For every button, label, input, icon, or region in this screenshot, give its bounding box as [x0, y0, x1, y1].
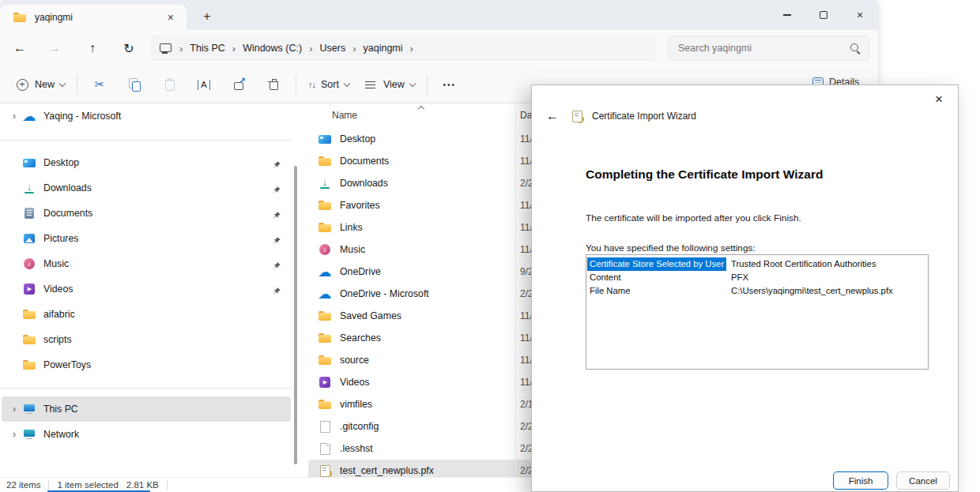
dialog-back-icon[interactable]: ← — [543, 109, 562, 123]
file-row-documents[interactable]: Documents11/ — [308, 150, 539, 172]
new-button[interactable]: New — [8, 71, 72, 98]
file-row-onedrive[interactable]: OneDrive9/2 — [308, 261, 539, 283]
search-input[interactable] — [672, 43, 848, 54]
more-options-button[interactable]: ••• — [432, 71, 467, 98]
new-tab-button[interactable]: + — [196, 6, 218, 27]
sidebar-item-label: aifabric — [43, 309, 75, 320]
pin-icon — [273, 158, 281, 172]
breadcrumb-segment-windows-c[interactable]: Windows (C:) — [243, 43, 302, 54]
cancel-button[interactable]: Cancel — [896, 471, 950, 490]
sort-button[interactable]: ↑↓ Sort — [301, 71, 356, 98]
file-name: Favorites — [340, 200, 380, 211]
toolbar-divider — [296, 75, 296, 94]
sidebar-item-music[interactable]: Music — [2, 251, 291, 276]
file-row-desktop[interactable]: Desktop11/ — [308, 128, 539, 150]
file-row-favorites[interactable]: Favorites11/ — [308, 194, 539, 216]
sidebar-item-label: scripts — [43, 334, 72, 345]
sidebar-item-label: Pictures — [43, 233, 78, 244]
sidebar-item-aifabric[interactable]: aifabric — [2, 302, 291, 327]
sidebar-item-downloads[interactable]: Downloads — [2, 175, 291, 201]
sidebar-item-yaqing-microsoft[interactable]: ›Yaqing - Microsoft — [2, 103, 291, 129]
chevron-right-icon[interactable]: › — [6, 111, 22, 122]
onedrive-icon — [22, 109, 36, 123]
breadcrumb-chevron-icon[interactable]: › — [410, 43, 413, 54]
setting-row-content[interactable]: ContentPFX — [587, 271, 927, 284]
refresh-button[interactable]: ↻ — [115, 35, 142, 62]
tab-close-icon[interactable]: × — [164, 11, 177, 24]
copy-button[interactable] — [117, 71, 152, 98]
cut-icon: ✂ — [95, 77, 105, 92]
close-window-button[interactable]: × — [842, 0, 878, 30]
sidebar-item-this-pc[interactable]: ›This PC — [2, 396, 291, 422]
breadcrumb-segment-users[interactable]: Users — [320, 43, 346, 54]
file-row-music[interactable]: Music11/ — [308, 238, 539, 261]
setting-row-certificate-store-selected-by-user[interactable]: Certificate Store Selected by UserTruste… — [587, 257, 927, 271]
file-name: Links — [340, 222, 363, 233]
sidebar-item-videos[interactable]: Videos — [2, 276, 291, 302]
file-row-gitconfig[interactable]: .gitconfig2/2 — [308, 415, 539, 438]
file-row-downloads[interactable]: Downloads2/2 — [308, 172, 539, 194]
share-icon — [232, 77, 246, 92]
pin-icon — [273, 183, 281, 197]
breadcrumb-chevron-icon[interactable]: › — [179, 43, 183, 54]
file-row-vimfiles[interactable]: vimfiles2/1 — [308, 393, 539, 415]
breadcrumb-chevron-icon[interactable]: › — [352, 43, 356, 54]
sidebar-item-documents[interactable]: Documents — [2, 201, 291, 226]
file-row-onedrive-microsoft[interactable]: OneDrive - Microsoft2/2 — [308, 283, 539, 305]
sidebar-item-label: PowerToys — [43, 359, 91, 370]
file-row-source[interactable]: source11/ — [308, 349, 539, 371]
up-button[interactable]: ↑ — [79, 35, 106, 62]
cert-icon — [318, 464, 332, 478]
breadcrumb-segment-this-pc[interactable]: This PC — [190, 43, 224, 54]
sidebar-item-desktop[interactable]: Desktop — [2, 150, 291, 175]
file-name: Music — [340, 244, 365, 255]
sidebar-item-powertoys[interactable]: PowerToys — [2, 352, 291, 377]
share-button[interactable] — [221, 71, 256, 98]
paste-button[interactable] — [152, 71, 187, 98]
minimize-button[interactable] — [769, 0, 805, 30]
rename-button[interactable] — [187, 71, 221, 98]
documents-icon — [22, 206, 36, 220]
sidebar-item-scripts[interactable]: scripts — [2, 327, 291, 352]
wizard-heading: Completing the Certificate Import Wizard — [586, 167, 823, 182]
maximize-button[interactable] — [805, 0, 842, 30]
breadcrumb-segment-yaqingmi[interactable]: yaqingmi — [364, 43, 403, 54]
file-row-saved-games[interactable]: Saved Games11/ — [308, 305, 539, 327]
videos-icon — [318, 375, 332, 389]
sidebar-item-label: Documents — [43, 208, 92, 219]
sidebar-item-network[interactable]: ›Network — [2, 422, 291, 447]
file-row-videos[interactable]: Videos11/ — [308, 371, 539, 393]
sort-icon: ↑↓ — [308, 80, 315, 89]
tab-bar: yaqingmi × + × — [0, 0, 878, 30]
folder-icon — [22, 307, 36, 321]
forward-button[interactable]: → — [41, 35, 68, 62]
file-row-links[interactable]: Links11/ — [308, 216, 539, 238]
breadcrumb-chevron-icon[interactable]: › — [309, 43, 312, 54]
cut-button[interactable]: ✂ — [82, 71, 117, 98]
setting-value: Trusted Root Certification Authorities — [726, 257, 876, 271]
sidebar-scrollbar[interactable] — [294, 166, 297, 464]
sidebar-item-label: Network — [43, 429, 79, 440]
column-header-name[interactable]: Name — [332, 110, 357, 121]
back-button[interactable]: ← — [6, 35, 33, 62]
settings-table: Certificate Store Selected by UserTruste… — [586, 254, 929, 370]
this-pc-icon — [158, 41, 172, 55]
dialog-close-icon[interactable]: × — [930, 90, 948, 109]
setting-row-file-name[interactable]: File NameC:\Users\yaqingmi\test_cert_new… — [587, 284, 927, 298]
folder-icon — [318, 220, 332, 235]
chevron-right-icon[interactable]: › — [6, 429, 22, 440]
explorer-tab[interactable]: yaqingmi × — [0, 5, 187, 30]
view-button[interactable]: View — [356, 71, 422, 98]
file-name: test_cert_newplus.pfx — [340, 465, 434, 476]
breadcrumb-chevron-icon[interactable]: › — [232, 43, 236, 54]
window-controls: × — [769, 0, 878, 30]
file-row-lesshst[interactable]: .lesshst2/2 — [308, 438, 539, 460]
finish-button[interactable]: Finish — [833, 471, 888, 490]
chevron-right-icon[interactable]: › — [6, 404, 22, 415]
copy-icon — [127, 77, 141, 92]
search-box[interactable] — [668, 36, 869, 61]
sidebar-item-pictures[interactable]: Pictures — [2, 226, 291, 251]
selection-count: 1 item selected — [57, 480, 118, 490]
file-row-searches[interactable]: Searches11/ — [308, 327, 539, 349]
delete-button[interactable] — [256, 71, 291, 98]
